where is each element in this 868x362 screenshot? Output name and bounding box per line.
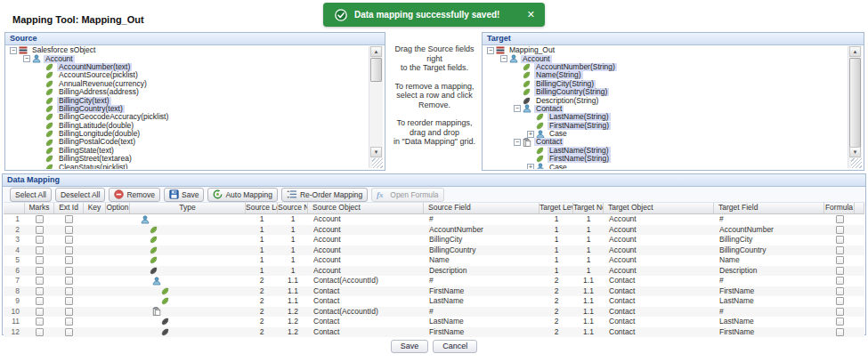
save-button[interactable]: Save [164, 188, 204, 202]
column-header[interactable] [4, 203, 25, 213]
marks-checkbox[interactable] [36, 246, 44, 254]
marks-checkbox[interactable] [36, 318, 44, 326]
formula-checkbox[interactable] [836, 297, 844, 305]
tree-item[interactable]: BillingAddress(address) [8, 88, 369, 96]
column-header[interactable]: Ext Id [54, 203, 84, 213]
extid-checkbox[interactable] [65, 297, 73, 305]
formula-checkbox[interactable] [836, 226, 844, 234]
extid-checkbox[interactable] [65, 328, 73, 336]
marks-checkbox[interactable] [36, 226, 44, 234]
column-header[interactable]: Target Object [604, 203, 714, 213]
toast-close-icon[interactable]: ✕ [527, 9, 535, 20]
scroll-thumb[interactable] [849, 58, 861, 150]
grid-row[interactable]: 1221.2ContactFirstName21.1ContactFirstNa… [4, 327, 864, 338]
column-header[interactable]: Marks [25, 203, 54, 213]
extid-checkbox[interactable] [65, 246, 73, 254]
source-scrollbar[interactable]: ▲ ▼ [369, 46, 383, 168]
grid-row[interactable]: 721.1Contact(AccountId)#21.1Contact# [4, 276, 864, 286]
column-header[interactable]: Target No... [573, 203, 604, 213]
marks-checkbox[interactable] [36, 267, 44, 275]
tree-item[interactable]: CleanStatus(picklist) [8, 163, 369, 169]
grid-row[interactable]: 821.1ContactFirstName21.1ContactFirstNam… [4, 286, 864, 297]
tree-item[interactable]: LastName(String) [485, 113, 848, 121]
expand-icon[interactable]: + [527, 131, 534, 138]
marks-checkbox[interactable] [36, 236, 44, 244]
resize-handle[interactable] [851, 158, 862, 168]
formula-checkbox[interactable] [836, 236, 844, 244]
collapse-icon[interactable]: − [487, 47, 494, 54]
scroll-thumb[interactable] [370, 58, 382, 82]
collapse-icon[interactable]: − [514, 105, 521, 112]
grid-row[interactable]: 211AccountAccountNumber11AccountAccountN… [4, 225, 864, 236]
column-header[interactable]: Key [84, 203, 106, 213]
column-header[interactable]: Option [106, 203, 130, 213]
marks-checkbox[interactable] [36, 277, 44, 285]
grid-row[interactable]: 511AccountName11AccountName [4, 255, 864, 266]
tree-item[interactable]: FirstName(String) [485, 155, 848, 163]
marks-checkbox[interactable] [36, 297, 44, 305]
scroll-up-icon[interactable]: ▲ [370, 46, 382, 57]
grid-row[interactable]: 611AccountDescription11AccountDescriptio… [4, 266, 864, 277]
marks-checkbox[interactable] [36, 308, 44, 316]
formula-checkbox[interactable] [836, 267, 844, 275]
extid-checkbox[interactable] [65, 277, 73, 285]
tree-item[interactable]: −Mapping_Out [485, 46, 848, 54]
formula-checkbox[interactable] [836, 318, 844, 326]
column-header[interactable]: Source Field [424, 203, 539, 213]
collapse-icon[interactable]: − [514, 139, 521, 146]
column-header[interactable]: Formula [824, 203, 855, 213]
save-button[interactable]: Save [391, 340, 429, 353]
scroll-up-icon[interactable]: ▲ [849, 46, 861, 57]
extid-checkbox[interactable] [65, 236, 73, 244]
tree-item[interactable]: LastName(String) [485, 147, 848, 155]
grid-row[interactable]: 1121.2ContactLastName21.1ContactLastName [4, 317, 864, 327]
formula-checkbox[interactable] [836, 308, 844, 316]
column-header[interactable]: Type [130, 203, 246, 213]
extid-checkbox[interactable] [65, 318, 73, 326]
formula-checkbox[interactable] [836, 277, 844, 285]
marks-checkbox[interactable] [36, 256, 44, 264]
marks-checkbox[interactable] [36, 328, 44, 336]
formula-checkbox[interactable] [836, 256, 844, 264]
tree-item[interactable]: −Contact [485, 138, 848, 146]
cancel-button[interactable]: Cancel [433, 340, 477, 353]
column-header[interactable]: Target Level [539, 203, 573, 213]
grid-row[interactable]: 921.1ContactLastName21.1ContactLastName [4, 296, 864, 307]
extid-checkbox[interactable] [65, 267, 73, 275]
select-all-button[interactable]: Select All [10, 188, 52, 202]
formula-checkbox[interactable] [836, 328, 844, 336]
tree-item[interactable]: FirstName(String) [485, 122, 848, 130]
extid-checkbox[interactable] [65, 226, 73, 234]
column-header[interactable]: Source No... [278, 203, 308, 213]
target-scrollbar[interactable]: ▲ ▼ [848, 46, 862, 168]
grid-row[interactable]: 1021.2Contact(AccountId)#21.1Contact# [4, 307, 864, 318]
reorder-mapping-button[interactable]: Re-Order Mapping [281, 188, 368, 202]
auto-mapping-button[interactable]: Auto Mapping [207, 188, 277, 202]
grid-row[interactable]: 411AccountBillingCountry11AccountBilling… [4, 245, 864, 256]
resize-handle[interactable] [372, 158, 383, 168]
remove-button[interactable]: Remove [109, 188, 160, 202]
collapse-icon[interactable]: − [10, 47, 17, 54]
collapse-icon[interactable]: − [23, 55, 30, 62]
expand-icon[interactable]: + [527, 164, 534, 169]
formula-checkbox[interactable] [836, 215, 844, 223]
grid-row[interactable]: 111Account#11Account# [4, 214, 864, 225]
tree-item[interactable]: −Salesforce sObject [8, 46, 369, 54]
collapse-icon[interactable]: − [500, 55, 507, 62]
marks-checkbox[interactable] [36, 287, 44, 295]
extid-checkbox[interactable] [65, 256, 73, 264]
extid-checkbox[interactable] [65, 308, 73, 316]
column-header[interactable]: Target Field [714, 203, 824, 213]
formula-checkbox[interactable] [836, 246, 844, 254]
marks-checkbox[interactable] [36, 215, 44, 223]
scroll-down-icon[interactable]: ▼ [849, 147, 861, 157]
column-header[interactable]: Source Le... [246, 203, 278, 213]
extid-checkbox[interactable] [65, 215, 73, 223]
tree-item[interactable]: +Case [485, 163, 848, 169]
deselect-all-button[interactable]: Deselect All [55, 188, 105, 202]
column-header[interactable]: Source Object [308, 203, 424, 213]
formula-checkbox[interactable] [836, 287, 844, 295]
grid-row[interactable]: 311AccountBillingCity11AccountBillingCit… [4, 235, 864, 245]
scroll-down-icon[interactable]: ▼ [370, 147, 382, 157]
extid-checkbox[interactable] [65, 287, 73, 295]
